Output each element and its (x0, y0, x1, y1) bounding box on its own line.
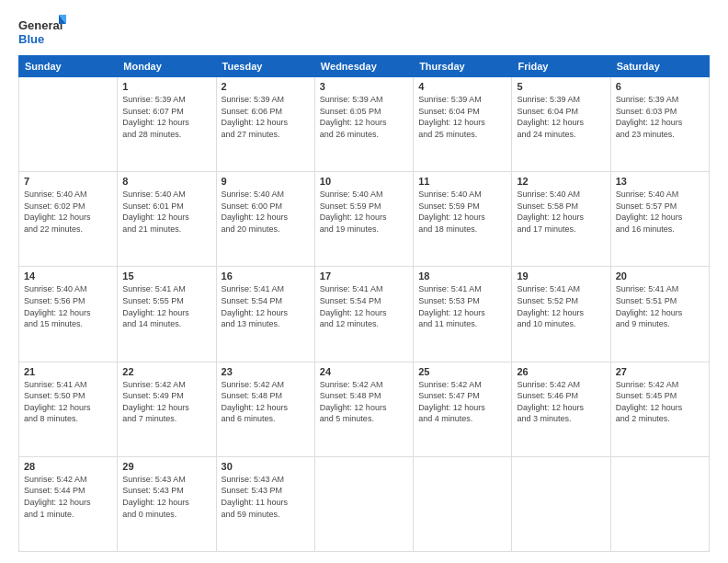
day-info: Sunrise: 5:41 AM Sunset: 5:52 PM Dayligh… (517, 283, 605, 329)
day-cell (610, 456, 709, 551)
day-cell: 2Sunrise: 5:39 AM Sunset: 6:06 PM Daylig… (216, 77, 314, 172)
day-number: 8 (122, 176, 210, 187)
week-row-4: 21Sunrise: 5:41 AM Sunset: 5:50 PM Dayli… (19, 362, 710, 456)
day-number: 17 (320, 270, 408, 282)
day-number: 3 (320, 81, 408, 92)
logo-svg: GeneralBlue (18, 15, 66, 48)
day-number: 23 (222, 366, 310, 377)
day-number: 15 (122, 270, 210, 282)
svg-text:Blue: Blue (18, 32, 44, 46)
day-cell: 9Sunrise: 5:40 AM Sunset: 6:00 PM Daylig… (216, 172, 314, 267)
day-cell: 11Sunrise: 5:40 AM Sunset: 5:59 PM Dayli… (414, 172, 512, 267)
day-number: 11 (418, 176, 506, 187)
day-cell: 19Sunrise: 5:41 AM Sunset: 5:52 PM Dayli… (512, 267, 610, 362)
day-info: Sunrise: 5:43 AM Sunset: 5:43 PM Dayligh… (122, 474, 210, 520)
weekday-header-wednesday: Wednesday (314, 56, 413, 77)
week-row-2: 7Sunrise: 5:40 AM Sunset: 6:02 PM Daylig… (19, 172, 710, 267)
weekday-header-thursday: Thursday (414, 56, 512, 77)
day-number: 2 (222, 81, 310, 92)
day-number: 28 (24, 461, 112, 472)
weekday-header-sunday: Sunday (19, 56, 118, 77)
day-number: 29 (122, 461, 210, 472)
day-cell (512, 456, 610, 551)
day-info: Sunrise: 5:41 AM Sunset: 5:50 PM Dayligh… (24, 379, 112, 425)
day-info: Sunrise: 5:40 AM Sunset: 6:02 PM Dayligh… (24, 189, 112, 235)
day-number: 22 (122, 366, 210, 377)
day-info: Sunrise: 5:40 AM Sunset: 5:56 PM Dayligh… (24, 283, 112, 329)
day-cell: 5Sunrise: 5:39 AM Sunset: 6:04 PM Daylig… (512, 77, 610, 172)
day-number: 25 (418, 366, 506, 377)
day-number: 4 (418, 81, 506, 92)
day-cell (314, 456, 413, 551)
day-cell: 4Sunrise: 5:39 AM Sunset: 6:04 PM Daylig… (414, 77, 512, 172)
day-info: Sunrise: 5:39 AM Sunset: 6:06 PM Dayligh… (222, 94, 310, 140)
day-cell: 12Sunrise: 5:40 AM Sunset: 5:58 PM Dayli… (512, 172, 610, 267)
day-info: Sunrise: 5:42 AM Sunset: 5:48 PM Dayligh… (222, 379, 310, 425)
day-number: 7 (24, 176, 112, 187)
day-cell: 16Sunrise: 5:41 AM Sunset: 5:54 PM Dayli… (216, 267, 314, 362)
day-number: 24 (320, 366, 408, 377)
day-number: 20 (616, 270, 704, 282)
day-number: 18 (418, 270, 506, 282)
day-cell: 18Sunrise: 5:41 AM Sunset: 5:53 PM Dayli… (414, 267, 512, 362)
day-cell: 27Sunrise: 5:42 AM Sunset: 5:45 PM Dayli… (610, 362, 709, 456)
weekday-header-tuesday: Tuesday (216, 56, 314, 77)
day-info: Sunrise: 5:39 AM Sunset: 6:07 PM Dayligh… (122, 94, 210, 140)
day-info: Sunrise: 5:42 AM Sunset: 5:46 PM Dayligh… (517, 379, 605, 425)
week-row-3: 14Sunrise: 5:40 AM Sunset: 5:56 PM Dayli… (19, 267, 710, 362)
day-cell: 20Sunrise: 5:41 AM Sunset: 5:51 PM Dayli… (610, 267, 709, 362)
day-info: Sunrise: 5:39 AM Sunset: 6:04 PM Dayligh… (517, 94, 605, 140)
week-row-5: 28Sunrise: 5:42 AM Sunset: 5:44 PM Dayli… (19, 456, 710, 551)
day-cell (414, 456, 512, 551)
day-cell: 22Sunrise: 5:42 AM Sunset: 5:49 PM Dayli… (118, 362, 216, 456)
svg-text:General: General (18, 18, 63, 32)
calendar-table: SundayMondayTuesdayWednesdayThursdayFrid… (18, 55, 710, 552)
day-info: Sunrise: 5:41 AM Sunset: 5:51 PM Dayligh… (616, 283, 704, 329)
day-cell: 21Sunrise: 5:41 AM Sunset: 5:50 PM Dayli… (19, 362, 118, 456)
day-info: Sunrise: 5:41 AM Sunset: 5:54 PM Dayligh… (320, 283, 408, 329)
day-cell: 1Sunrise: 5:39 AM Sunset: 6:07 PM Daylig… (118, 77, 216, 172)
day-number: 16 (222, 270, 310, 282)
day-info: Sunrise: 5:40 AM Sunset: 5:57 PM Dayligh… (616, 189, 704, 235)
day-info: Sunrise: 5:42 AM Sunset: 5:48 PM Dayligh… (320, 379, 408, 425)
day-number: 27 (616, 366, 704, 377)
day-info: Sunrise: 5:41 AM Sunset: 5:54 PM Dayligh… (222, 283, 310, 329)
day-cell: 25Sunrise: 5:42 AM Sunset: 5:47 PM Dayli… (414, 362, 512, 456)
day-info: Sunrise: 5:42 AM Sunset: 5:47 PM Dayligh… (418, 379, 506, 425)
day-number: 10 (320, 176, 408, 187)
day-info: Sunrise: 5:41 AM Sunset: 5:55 PM Dayligh… (122, 283, 210, 329)
day-cell: 10Sunrise: 5:40 AM Sunset: 5:59 PM Dayli… (314, 172, 413, 267)
weekday-header-saturday: Saturday (610, 56, 709, 77)
day-cell: 7Sunrise: 5:40 AM Sunset: 6:02 PM Daylig… (19, 172, 118, 267)
logo: GeneralBlue (18, 15, 66, 48)
day-info: Sunrise: 5:40 AM Sunset: 6:00 PM Dayligh… (222, 189, 310, 235)
weekday-header-friday: Friday (512, 56, 610, 77)
day-cell: 6Sunrise: 5:39 AM Sunset: 6:03 PM Daylig… (610, 77, 709, 172)
day-number: 19 (517, 270, 605, 282)
day-info: Sunrise: 5:39 AM Sunset: 6:03 PM Dayligh… (616, 94, 704, 140)
day-cell: 26Sunrise: 5:42 AM Sunset: 5:46 PM Dayli… (512, 362, 610, 456)
day-number: 26 (517, 366, 605, 377)
day-info: Sunrise: 5:40 AM Sunset: 5:59 PM Dayligh… (418, 189, 506, 235)
day-cell: 13Sunrise: 5:40 AM Sunset: 5:57 PM Dayli… (610, 172, 709, 267)
day-info: Sunrise: 5:42 AM Sunset: 5:44 PM Dayligh… (24, 474, 112, 520)
day-info: Sunrise: 5:40 AM Sunset: 5:59 PM Dayligh… (320, 189, 408, 235)
day-cell: 23Sunrise: 5:42 AM Sunset: 5:48 PM Dayli… (216, 362, 314, 456)
day-info: Sunrise: 5:39 AM Sunset: 6:05 PM Dayligh… (320, 94, 408, 140)
day-cell: 3Sunrise: 5:39 AM Sunset: 6:05 PM Daylig… (314, 77, 413, 172)
day-cell: 29Sunrise: 5:43 AM Sunset: 5:43 PM Dayli… (118, 456, 216, 551)
day-cell: 15Sunrise: 5:41 AM Sunset: 5:55 PM Dayli… (118, 267, 216, 362)
day-info: Sunrise: 5:40 AM Sunset: 5:58 PM Dayligh… (517, 189, 605, 235)
day-cell: 17Sunrise: 5:41 AM Sunset: 5:54 PM Dayli… (314, 267, 413, 362)
day-cell: 28Sunrise: 5:42 AM Sunset: 5:44 PM Dayli… (19, 456, 118, 551)
day-number: 21 (24, 366, 112, 377)
day-cell (19, 77, 118, 172)
day-cell: 8Sunrise: 5:40 AM Sunset: 6:01 PM Daylig… (118, 172, 216, 267)
day-info: Sunrise: 5:40 AM Sunset: 6:01 PM Dayligh… (122, 189, 210, 235)
day-number: 9 (222, 176, 310, 187)
weekday-header-row: SundayMondayTuesdayWednesdayThursdayFrid… (19, 56, 710, 77)
header: GeneralBlue (18, 15, 710, 48)
day-info: Sunrise: 5:42 AM Sunset: 5:45 PM Dayligh… (616, 379, 704, 425)
day-number: 14 (24, 270, 112, 282)
page: GeneralBlue SundayMondayTuesdayWednesday… (0, 0, 728, 563)
